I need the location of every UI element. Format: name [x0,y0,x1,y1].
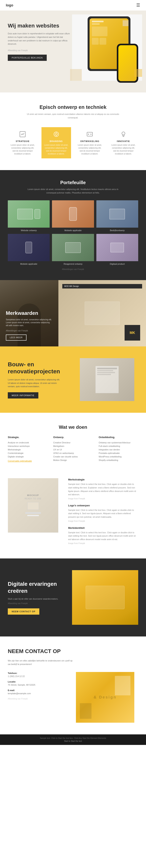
watdoen-link-strategie[interactable]: Conversatie-optimalisatie [8,460,47,462]
menu-toggle-icon[interactable]: ☰ [136,3,140,8]
laptop-decoration [17,209,33,219]
portfolio-item-5[interactable]: Reagerend ontwerp [52,234,94,265]
portfolio-img-6 [96,234,138,261]
hero-images [68,14,142,89]
contact-right-image: & Design [76,672,138,723]
epic-item-innovatie-text: Lorem ipsum dolor sit amet, consectetur … [111,144,137,155]
portfolio-section: Portefeuille Lorem ipsum dolor sit amet,… [0,170,146,280]
footer: Sample text. Click to Start the text box… [0,734,146,745]
bouw-image [80,358,134,401]
watdoen-item: Creative Directeur [53,441,93,444]
epic-item-innovatie-title: INNOVATIE [111,140,137,143]
footer-links: Start to Start the text [6,740,140,742]
portfolio-item-3[interactable]: Bedrijfsontwerp [96,200,138,231]
merk-right-panel: MOD MK Design MK [59,280,146,346]
merkstrat-left-image: MOCKUP READY TO USE [8,478,62,549]
digitale-right-image [72,570,138,625]
contact-location-item: Locatie: 75 Street, Sample, WI 53325 [8,681,68,686]
epic-item-strategie[interactable]: STRATEGIE Lorem ipsum dolor sit amet, co… [8,127,38,158]
merk-read-more-button[interactable]: LEES MEER [6,335,27,341]
watdoen-item: Merkgidsen [53,445,93,447]
merk-logo-inner: MK [130,331,135,335]
epic-item-innovatie[interactable]: INNOVATIE Lorem ipsum dolor sit amet, co… [109,127,138,158]
contact-phone-label: Telefoon: [8,672,68,674]
contact-location-label: Locatie: [8,681,68,683]
phone-decoration [34,209,40,219]
contact-info-panel: Telefoon: 1 (392) 214 12 22 Locatie: 75 … [8,672,68,723]
merkstrategie-subsection: Merkstrategie Sample text: Click to sele… [68,478,138,500]
hero-content: Wij maken websites Duis aute irure dolor… [8,22,70,61]
portfolio-item-6[interactable]: Digitaal product [96,234,138,265]
watdoen-item: Creatie van visuele activa [53,456,93,458]
hero-deco-1 [70,69,82,81]
epic-title: Episch ontwerp en techniek [8,104,138,110]
portfolio-label-3: Bedrijfsontwerp [96,228,138,231]
watdoen-item: Integraties van derden [99,448,138,451]
laptop-decoration-3 [65,242,81,253]
innovation-icon [119,130,127,138]
contact-image: & Design [76,672,134,723]
portfolio-item-4[interactable]: Mobiele applicatie [8,234,50,265]
epic-item-strategie-title: STRATEGIE [10,140,36,143]
merk-logo-badge: MK [124,325,140,341]
contact-phone-item: Telefoon: 1 (392) 214 12 22 [8,672,68,677]
hero-cta-button[interactable]: PORTEFEUILLE BEKIJKEN [8,55,47,61]
contact-section: NEEM CONTACT OP We zijn hier om elke zak… [0,637,146,734]
digitale-contact-button[interactable]: NEEM CONTACT OP [8,609,39,615]
portfolio-img-2 [52,200,94,228]
branding-icon [52,130,60,138]
epic-item-ontwikkeling[interactable]: ONTWIKKELING Lorem ipsum dolor sit amet,… [75,127,105,158]
merkidentiteit-subsection: Merkidentiteit Sample text: Click to sel… [68,526,138,545]
portfolio-label-6: Digitaal product [96,261,138,265]
hero-section: Wij maken websites Duis aute irure dolor… [0,10,146,92]
merkidentiteit-attr: Image from Freepik [68,542,138,545]
contact-attribution: Afbeelding van Freepik [8,698,68,700]
bouw-title: Bouw- en renovatieprojecten [8,361,72,375]
portfolio-label-1: Website ontwerp [8,228,50,231]
portfolio-item-2[interactable]: Mobiele applicatie [52,200,94,231]
merkstrategie-subsection-text: Sample text: Click to select the text bo… [68,483,138,496]
bouw-cta-button[interactable]: MEER INFORMATIE [8,392,38,399]
epic-item-branding-text: Lorem ipsum dolor sit amet, consectetur … [43,144,69,155]
hero-title: Wij maken websites [8,22,70,29]
portfolio-img-4 [8,234,50,261]
watdoen-col-ontwikkeling-title: Ontwikkeling. [99,436,138,439]
watdoen-section: Wat we doen Strategie. Analyse en onderz… [0,413,146,474]
logos-subsection-title: Logo's ontwerpen [68,504,138,507]
watdoen-col-ontwerp: Ontwerp. Creative Directeur Merkgidsen U… [53,436,93,463]
portfolio-label-2: Mobiele applicatie [52,228,94,231]
contact-email-label: E-mail: [8,689,68,691]
portfolio-text: Lorem ipsum dolor sit amet, consectetur … [24,188,122,194]
digitale-section: Digitale ervaringen creëren Sluit u aan … [0,558,146,637]
merkstrat-right-content: Merkstrategie Sample text: Click to sele… [68,478,138,549]
portfolio-item-1[interactable]: Website ontwerp [8,200,50,231]
watdoen-col-ontwikkeling: Ontwikkeling. Ontwerp van systeemarchite… [99,436,138,463]
merk-attribution: Afbeeldingen van Freepik [6,330,52,332]
watdoen-columns: Strategie. Analyse en onderzoek Interact… [8,436,138,463]
epic-item-branding[interactable]: BRANDING Lorem ipsum dolor sit amet, con… [41,127,71,158]
digitale-attribution: Afbeelding van Freepik [8,602,64,604]
digitale-text: Sluit u aan bij de elite van duurzame wa… [8,597,64,601]
watdoen-col-strategie: Strategie. Analyse en onderzoek Interact… [8,436,47,463]
hero-phone-screen [118,45,137,81]
merkstrategie-subsection-title: Merkstrategie [68,478,138,481]
logos-ontwerpen-subsection: Logo's ontwerpen Sample text: Click to s… [68,504,138,522]
watdoen-item: Merkstrategie [8,448,47,451]
portfolio-title: Portefeuille [8,180,138,185]
watdoen-item: Contentstrategie [8,452,47,454]
watdoen-title: Wat we doen [8,425,138,430]
bouw-section: Bouw- en renovatieprojecten Lorem ipsum … [0,346,146,413]
contact-location-value: 75 Street, Sample, WI 53325 [8,684,68,686]
contact-email-value: template@example.com [8,692,68,694]
site-logo[interactable]: logo [6,3,13,7]
hero-phone-image [117,44,138,83]
merkstrategie-attr-0: Image from Freepik [68,498,138,500]
contact-title: NEEM CONTACT OP [8,648,138,654]
contact-phone-value: 1 (392) 214 12 22 [8,675,68,677]
watdoen-item: Analyse en onderzoek [8,441,47,444]
contact-email-item: E-mail: template@example.com [8,689,68,694]
watdoen-item: Full-stack ontwikkeling [99,445,138,447]
mockup-image: MOCKUP READY TO USE [8,478,59,533]
merk-title: Merkwaarden [6,310,52,316]
logos-subsection-text: Sample text: Click to select the text bo… [68,508,138,519]
